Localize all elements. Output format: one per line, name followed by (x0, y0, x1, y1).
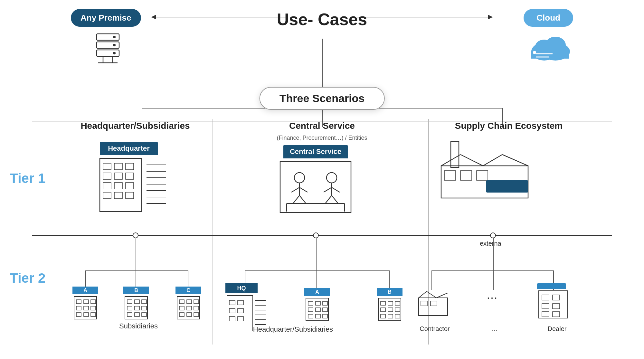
svg-rect-87 (179, 306, 184, 310)
cs-building-svg (277, 158, 354, 216)
svg-rect-75 (135, 300, 139, 304)
hline-t2-3 (431, 270, 554, 271)
svg-rect-25 (114, 183, 122, 189)
hq-subsidiaries-label: Headquarter/Subsidiaries (235, 325, 351, 334)
svg-rect-1 (97, 42, 119, 48)
svg-rect-108 (316, 301, 320, 305)
svg-rect-114 (316, 314, 320, 318)
factory-building-tier1: Manufacturing site (438, 138, 531, 203)
svg-rect-53 (451, 142, 459, 167)
svg-rect-99 (238, 316, 243, 321)
svg-point-3 (113, 36, 116, 38)
svg-line-48 (325, 195, 332, 203)
svg-rect-20 (126, 163, 134, 170)
cloud-badge: Cloud (524, 9, 573, 27)
svg-rect-119 (395, 301, 400, 305)
svg-point-4 (113, 44, 116, 46)
svg-rect-62 (486, 180, 528, 193)
svg-rect-112 (323, 308, 327, 312)
svg-rect-21 (103, 173, 111, 179)
svg-rect-122 (395, 308, 400, 312)
svg-rect-27 (103, 192, 111, 199)
svg-point-16 (533, 51, 536, 54)
svg-rect-90 (179, 313, 184, 316)
dots-label: … (481, 325, 507, 333)
conn-dot-2 (313, 232, 319, 238)
t2-c2-a-building: A (304, 288, 330, 322)
server-icon (95, 32, 121, 61)
col1-header: Headquarter/Subsidiaries (64, 121, 206, 131)
page-title: Use- Cases (277, 10, 367, 29)
external-label: external (480, 240, 503, 247)
svg-rect-22 (114, 173, 122, 179)
tier1-label: Tier 1 (10, 171, 45, 186)
svg-rect-136 (553, 304, 560, 309)
svg-rect-115 (323, 314, 327, 318)
contractor-building (417, 288, 449, 317)
svg-rect-80 (127, 313, 132, 316)
factory-svg (438, 138, 531, 203)
svg-line-58 (502, 155, 528, 166)
svg-rect-37 (280, 162, 351, 213)
svg-rect-135 (542, 304, 549, 309)
manufacturing-badge: Manufacturing site (489, 221, 546, 228)
svg-rect-86 (194, 300, 199, 304)
svg-rect-17 (100, 158, 142, 212)
svg-rect-19 (114, 163, 122, 170)
svg-rect-130 (421, 301, 427, 306)
svg-line-49 (332, 195, 338, 203)
vline-tier3 (493, 238, 494, 270)
subsidiaries-label: Subsidiaries (87, 322, 190, 330)
svg-rect-89 (194, 306, 199, 310)
dealer-building (537, 283, 569, 320)
svg-line-43 (299, 195, 306, 203)
arrow-left-icon (151, 17, 287, 17)
svg-rect-124 (388, 314, 393, 318)
col2-subheader: (Finance, Procurement…) / Entities (248, 135, 396, 141)
svg-rect-60 (460, 171, 472, 180)
svg-rect-98 (229, 316, 235, 321)
svg-point-5 (113, 52, 116, 54)
svg-rect-0 (97, 34, 119, 40)
cloud-icon (528, 31, 570, 60)
svg-rect-121 (388, 308, 393, 312)
svg-rect-123 (381, 314, 385, 318)
svg-rect-137 (542, 312, 549, 317)
svg-rect-120 (381, 308, 385, 312)
conn-dot-3 (490, 232, 496, 238)
contractor-label: Contractor (412, 325, 457, 333)
svg-rect-71 (84, 313, 89, 316)
svg-rect-76 (142, 300, 147, 304)
vd-t2-c2-a (316, 270, 317, 290)
conn-dot-1 (133, 232, 138, 238)
col2-header: Central Service (242, 121, 402, 131)
dealer-label: Dealer (538, 325, 576, 333)
svg-rect-96 (229, 308, 235, 313)
cs-badge: Central Service (283, 145, 348, 158)
svg-rect-107 (308, 301, 313, 305)
svg-rect-97 (238, 308, 243, 313)
svg-line-56 (460, 155, 483, 166)
svg-rect-69 (91, 306, 96, 310)
svg-rect-81 (135, 313, 139, 316)
vd-t2-c3-dots (493, 270, 494, 290)
diagram-container: Use- Cases Any Premise Cloud (0, 0, 644, 359)
svg-rect-70 (76, 313, 81, 316)
svg-rect-74 (127, 300, 132, 304)
svg-line-40 (291, 187, 299, 192)
hline-t2-2 (245, 270, 390, 271)
svg-rect-28 (114, 192, 122, 199)
vline-tier2 (316, 238, 317, 270)
svg-rect-23 (126, 173, 134, 179)
svg-rect-18 (103, 163, 111, 170)
svg-rect-85 (187, 300, 192, 304)
vline-top (322, 39, 323, 89)
svg-rect-126 (419, 298, 448, 316)
svg-line-42 (293, 195, 299, 203)
svg-rect-59 (444, 171, 456, 180)
svg-rect-94 (229, 300, 235, 305)
svg-rect-118 (388, 301, 393, 305)
tier2-label: Tier 2 (10, 270, 45, 286)
svg-rect-88 (187, 306, 192, 310)
svg-rect-82 (142, 313, 147, 316)
